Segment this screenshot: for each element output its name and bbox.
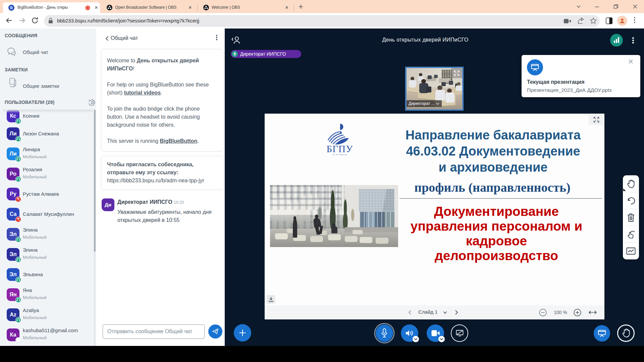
svg-text:b: b [10, 5, 12, 10]
svg-text:БГПУ: БГПУ [327, 143, 353, 154]
svg-text:им. М. Акмуллы: им. М. Акмуллы [332, 154, 347, 156]
